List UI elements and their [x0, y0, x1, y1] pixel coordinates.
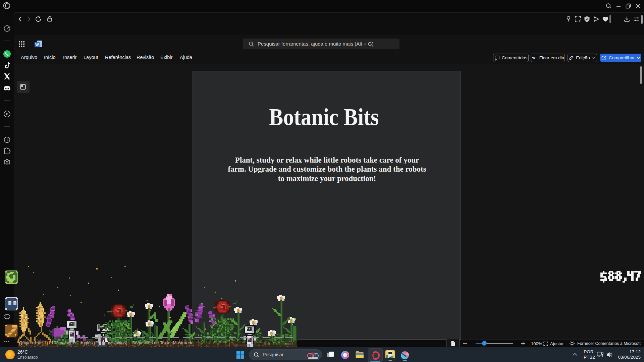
svg-text:W: W: [35, 43, 39, 47]
